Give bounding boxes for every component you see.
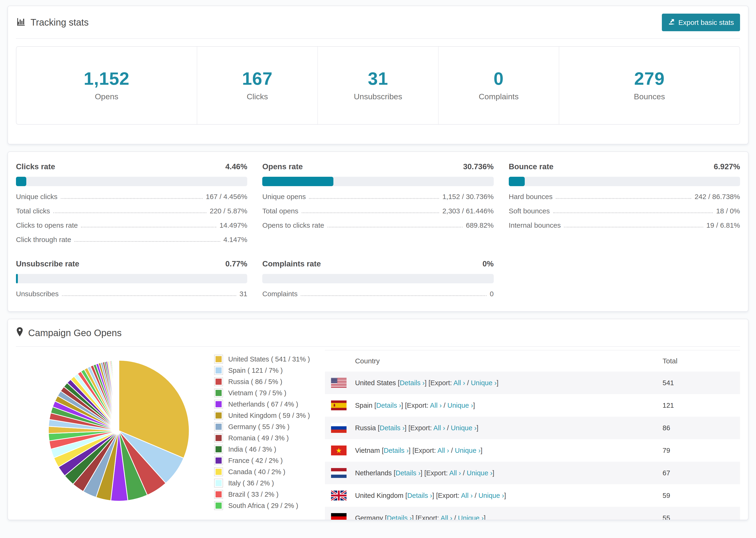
geo-body: United States ( 541 / 31% ) Spain ( 121 … xyxy=(8,347,748,520)
dotted-leader xyxy=(328,227,462,228)
country-cell: United Kingdom [Details ›] [Export: All … xyxy=(355,492,663,500)
export-all-link[interactable]: All › xyxy=(449,469,461,477)
rate-title: Unsubscribe rate xyxy=(16,259,80,268)
country-flag-icon xyxy=(331,423,347,433)
country-table-row: Vietnam [Details ›] [Export: All › / Uni… xyxy=(325,439,740,462)
detail-label: Unique opens xyxy=(262,193,306,200)
details-link[interactable]: Details › xyxy=(384,447,408,454)
rate-title: Bounce rate xyxy=(509,162,554,171)
rates-card: Clicks rate 4.46% Unique clicks 167 / 4.… xyxy=(8,151,748,312)
details-link[interactable]: Details › xyxy=(380,424,405,432)
rate-detail-row: Unsubscribes 31 xyxy=(16,290,247,297)
legend-label: Netherlands ( 67 / 4% ) xyxy=(228,401,298,408)
export-all-link[interactable]: All › xyxy=(433,424,445,432)
details-link[interactable]: Details › xyxy=(376,402,401,409)
dotted-leader xyxy=(62,295,236,296)
rates-grid-bottom: Unsubscribe rate 0.77% Unsubscribes 31 C… xyxy=(16,259,740,297)
legend-item: Canada ( 40 / 2% ) xyxy=(214,467,310,476)
stat-label: Complaints xyxy=(439,92,559,101)
legend-item: Russia ( 86 / 5% ) xyxy=(214,377,310,386)
detail-value: 689.82% xyxy=(466,221,494,229)
export-basic-stats-button[interactable]: Export basic stats xyxy=(662,14,740,31)
stat-value: 31 xyxy=(318,68,438,89)
rates-grid-top: Clicks rate 4.46% Unique clicks 167 / 4.… xyxy=(16,162,740,243)
geo-country-table: Country Total United States [Details ›] … xyxy=(325,350,740,520)
legend-swatch xyxy=(214,456,223,465)
export-unique-link[interactable]: Unique › xyxy=(455,447,481,454)
export-unique-link[interactable]: Unique › xyxy=(467,469,493,477)
export-all-link[interactable]: All › xyxy=(441,514,452,520)
table-header-row: Country Total xyxy=(325,350,740,372)
export-unique-link[interactable]: Unique › xyxy=(447,402,473,409)
export-all-link[interactable]: All › xyxy=(437,447,449,454)
country-total: 121 xyxy=(663,402,740,409)
rate-percent: 4.46% xyxy=(225,162,247,171)
dotted-leader xyxy=(302,212,439,213)
legend-item: India ( 46 / 3% ) xyxy=(214,445,310,454)
bar-chart-icon xyxy=(16,17,26,28)
export-all-link[interactable]: All › xyxy=(461,492,473,499)
legend-item: South Africa ( 29 / 2% ) xyxy=(214,501,310,510)
rate-section: Clicks rate 4.46% Unique clicks 167 / 4.… xyxy=(16,162,247,243)
rate-detail-row: Clicks to opens rate 14.497% xyxy=(16,221,247,229)
tracking-stats-card: Tracking stats Export basic stats 1,152 … xyxy=(8,6,748,144)
legend-label: Russia ( 86 / 5% ) xyxy=(228,378,282,386)
progress-bar xyxy=(16,274,247,283)
legend-label: United Kingdom ( 59 / 3% ) xyxy=(228,412,310,419)
export-unique-link[interactable]: Unique › xyxy=(451,424,477,432)
rate-section: Complaints rate 0% Complaints 0 xyxy=(262,259,494,297)
geo-section-title: Campaign Geo Opens xyxy=(28,328,122,338)
rate-title: Clicks rate xyxy=(16,162,55,171)
country-name: Germany xyxy=(355,514,383,520)
export-unique-link[interactable]: Unique › xyxy=(458,514,484,520)
legend-label: Germany ( 55 / 3% ) xyxy=(228,423,290,431)
progress-bar-fill xyxy=(509,177,525,186)
legend-swatch xyxy=(214,422,223,431)
rate-detail-row: Total clicks 220 / 5.87% xyxy=(16,207,247,215)
legend-swatch xyxy=(214,479,223,488)
progress-bar-fill xyxy=(262,177,333,186)
details-link[interactable]: Details › xyxy=(387,514,412,520)
country-table-row: United States [Details ›] [Export: All ›… xyxy=(325,372,740,394)
detail-value: 4.147% xyxy=(224,236,247,243)
tracking-stats-header: Tracking stats Export basic stats xyxy=(8,6,748,38)
detail-value: 0 xyxy=(490,290,494,297)
legend-item: Italy ( 36 / 2% ) xyxy=(214,479,310,488)
rate-section: Opens rate 30.736% Unique opens 1,152 / … xyxy=(262,162,494,243)
legend-item: Germany ( 55 / 3% ) xyxy=(214,422,310,431)
legend-label: Romania ( 49 / 3% ) xyxy=(228,434,289,442)
legend-label: Italy ( 36 / 2% ) xyxy=(228,479,274,487)
legend-swatch xyxy=(214,355,223,364)
legend-swatch xyxy=(214,467,223,476)
geo-header: Campaign Geo Opens xyxy=(8,319,748,346)
detail-label: Unsubscribes xyxy=(16,290,59,297)
rate-section: Unsubscribe rate 0.77% Unsubscribes 31 xyxy=(16,259,247,297)
campaign-geo-opens-card: Campaign Geo Opens United States ( 541 /… xyxy=(8,319,748,520)
country-total: 59 xyxy=(663,492,740,500)
detail-label: Total clicks xyxy=(16,207,50,215)
page-title: Tracking stats xyxy=(30,17,88,28)
details-link[interactable]: Details › xyxy=(400,379,424,387)
export-unique-link[interactable]: Unique › xyxy=(471,379,497,387)
rate-detail-row: Total opens 2,303 / 61.446% xyxy=(262,207,494,215)
rate-detail-row: Soft bounces 18 / 0% xyxy=(509,207,740,215)
progress-bar xyxy=(16,177,247,186)
export-all-link[interactable]: All › xyxy=(430,402,442,409)
legend-label: Canada ( 40 / 2% ) xyxy=(228,468,285,476)
detail-value: 2,303 / 61.446% xyxy=(442,207,494,215)
rate-section: Bounce rate 6.927% Hard bounces 242 / 86… xyxy=(509,162,740,243)
detail-value: 242 / 86.738% xyxy=(694,193,740,200)
rate-detail-row: Hard bounces 242 / 86.738% xyxy=(509,193,740,200)
country-table-row: United Kingdom [Details ›] [Export: All … xyxy=(325,484,740,507)
details-link[interactable]: Details › xyxy=(407,492,432,499)
export-all-link[interactable]: All › xyxy=(453,379,465,387)
legend-item: Spain ( 121 / 7% ) xyxy=(214,366,310,375)
map-pin-icon xyxy=(16,327,24,339)
details-link[interactable]: Details › xyxy=(396,469,420,477)
country-table-row: Germany [Details ›] [Export: All › / Uni… xyxy=(325,507,740,520)
detail-value: 18 / 0% xyxy=(716,207,740,215)
rate-detail-row: Opens to clicks rate 689.82% xyxy=(262,221,494,229)
country-total: 55 xyxy=(663,514,740,520)
country-cell: United States [Details ›] [Export: All ›… xyxy=(355,379,663,387)
export-unique-link[interactable]: Unique › xyxy=(478,492,504,499)
